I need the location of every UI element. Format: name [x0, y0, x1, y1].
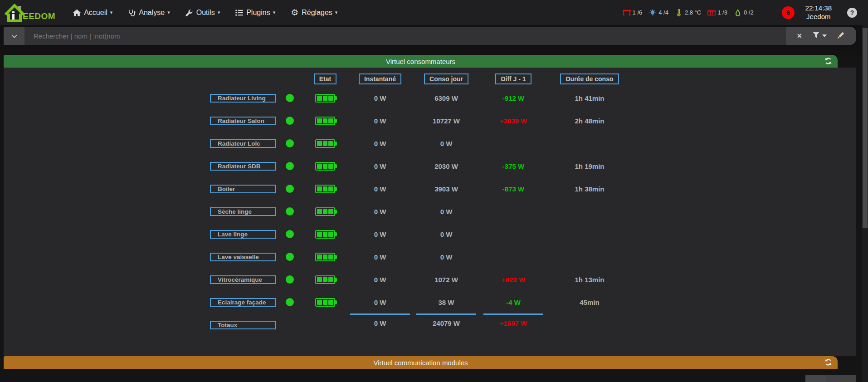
help-icon[interactable]: ?	[847, 8, 857, 18]
online-dot-icon	[286, 139, 294, 147]
navbar-menus: Accueil ▾ Analyse ▾ Outils ▾ Plugins ▾ ⚙…	[65, 0, 345, 25]
status-shutter[interactable]: 1 /6	[623, 9, 643, 16]
row-etat-cell	[303, 200, 347, 223]
profile-name: Jeedom	[805, 13, 832, 21]
cell-instantane: 0 W	[347, 291, 413, 313]
pencil-icon	[838, 32, 844, 40]
section-virtuel-communication-modules: Virtuel communication modules	[4, 356, 856, 369]
battery-icon	[315, 253, 335, 261]
row-label-cell: Lave linge	[210, 223, 276, 245]
list-icon	[235, 9, 243, 16]
online-dot-icon	[286, 298, 294, 306]
cell-instantane: 0 W	[347, 87, 413, 109]
search-row: ×	[0, 25, 868, 47]
edit-button[interactable]	[838, 32, 844, 40]
device-button[interactable]: Radiateur Living	[210, 94, 276, 103]
online-dot-icon	[286, 275, 294, 284]
filter-button[interactable]	[813, 32, 827, 40]
navbar-right: 1 /6 4 /4 2.8 °C 1 /3 0 /2 6 22:14:38 Je…	[623, 4, 868, 21]
row-label-cell: Radiateur SDB	[210, 155, 276, 177]
battery-icon	[315, 139, 335, 148]
cell-diff	[479, 223, 547, 245]
status-thermometer[interactable]: 2.8 °C	[675, 9, 701, 16]
status-drop[interactable]: 0 /2	[734, 9, 754, 16]
cell-instantane: 0 W	[347, 132, 413, 155]
online-dot-icon	[286, 253, 294, 261]
cell-duree	[547, 132, 632, 155]
device-button[interactable]: Vitrocéramique	[210, 275, 276, 284]
section-title: Virtuel consommateurs	[386, 58, 455, 65]
device-button[interactable]: Boiler	[210, 185, 276, 193]
section-virtuel-consommateurs: Virtuel consommateurs Etat Instantané Co…	[4, 55, 856, 356]
cell-conso-jour: 3903 W	[413, 177, 479, 200]
row-status-cell	[276, 200, 303, 223]
menu-home[interactable]: Accueil ▾	[65, 0, 120, 25]
menu-wrench[interactable]: Outils ▾	[178, 0, 228, 25]
clear-search-button[interactable]: ×	[797, 31, 802, 41]
col-header-diff: Diff J - 1	[495, 73, 531, 84]
drop-icon	[734, 9, 742, 16]
clock-text: 22:14:38	[805, 4, 832, 13]
device-button[interactable]: Lave linge	[210, 230, 276, 239]
cell-conso-jour: 24079 W	[413, 313, 479, 336]
device-button[interactable]: Sèche linge	[210, 207, 276, 216]
battery-icon	[315, 162, 335, 171]
row-status-cell	[276, 132, 303, 155]
page-scrollbar[interactable]	[862, 25, 868, 382]
cell-duree: 1h 13min	[547, 268, 632, 291]
row-etat-cell	[303, 87, 347, 109]
cell-conso-jour: 0 W	[413, 223, 479, 245]
device-button[interactable]: Radiateur Loïc	[210, 139, 276, 148]
col-header-conso-jour: Conso jour	[424, 73, 468, 84]
navbar: EEDOM Accueil ▾ Analyse ▾ Outils ▾ Plugi…	[0, 0, 868, 25]
device-button[interactable]: Totaux	[210, 321, 276, 329]
status-window[interactable]: 1 /3	[707, 9, 727, 16]
refresh-icon[interactable]	[824, 358, 833, 367]
cell-diff: -873 W	[479, 177, 547, 200]
cell-diff: +822 W	[479, 268, 547, 291]
status-bulb[interactable]: 4 /4	[649, 9, 668, 16]
device-button[interactable]: Radiateur Salon	[210, 117, 276, 125]
device-button[interactable]: Radiateur SDB	[210, 162, 276, 171]
header-spacer	[210, 71, 276, 87]
caret-down-icon: ▾	[273, 10, 276, 15]
cell-instantane: 0 W	[347, 223, 413, 245]
row-etat-cell	[303, 245, 347, 268]
row-etat-cell	[303, 177, 347, 200]
wrench-icon	[185, 9, 193, 16]
jeedom-logo[interactable]: EEDOM	[5, 3, 55, 22]
row-status-cell	[276, 268, 303, 291]
search-scope-button[interactable]	[4, 27, 24, 45]
menu-list[interactable]: Plugins ▾	[228, 0, 283, 25]
notification-badge[interactable]: 6	[782, 6, 795, 19]
row-status-cell	[276, 291, 303, 313]
row-label-cell: Radiateur Loïc	[210, 132, 276, 155]
cell-conso-jour: 0 W	[413, 132, 479, 155]
cell-duree: 1h 19min	[547, 155, 632, 177]
caret-down-icon	[822, 34, 827, 37]
status-summary: 1 /6 4 /4 2.8 °C 1 /3 0 /2	[623, 9, 754, 16]
cell-diff: +1697 W	[479, 313, 547, 336]
cell-duree: 45min	[547, 291, 632, 313]
cell-instantane: 0 W	[347, 245, 413, 268]
search-input[interactable]	[24, 27, 786, 45]
device-button[interactable]: Eclairage façade	[210, 298, 276, 307]
menu-gear[interactable]: ⚙ Réglages ▾	[283, 0, 345, 25]
scrollbar-thumb[interactable]	[863, 28, 868, 228]
cell-conso-jour: 6309 W	[413, 87, 479, 109]
row-label-cell: Vitrocéramique	[210, 268, 276, 291]
row-status-cell	[276, 313, 303, 336]
brand-text: EEDOM	[23, 11, 55, 21]
device-button[interactable]: Lave vaisselle	[210, 253, 276, 261]
cell-diff: -4 W	[479, 291, 547, 313]
row-label-cell: Sèche linge	[210, 200, 276, 223]
refresh-icon[interactable]	[824, 57, 833, 65]
cell-duree	[547, 200, 632, 223]
row-label-cell: Eclairage façade	[210, 291, 276, 313]
row-etat-cell	[303, 223, 347, 245]
user-menu[interactable]: 22:14:38 Jeedom	[805, 4, 832, 21]
section-header-consommateurs: Virtuel consommateurs	[4, 55, 838, 68]
menu-stethoscope[interactable]: Analyse ▾	[120, 0, 177, 25]
cell-conso-jour: 0 W	[413, 245, 479, 268]
cell-conso-jour: 10727 W	[413, 109, 479, 132]
